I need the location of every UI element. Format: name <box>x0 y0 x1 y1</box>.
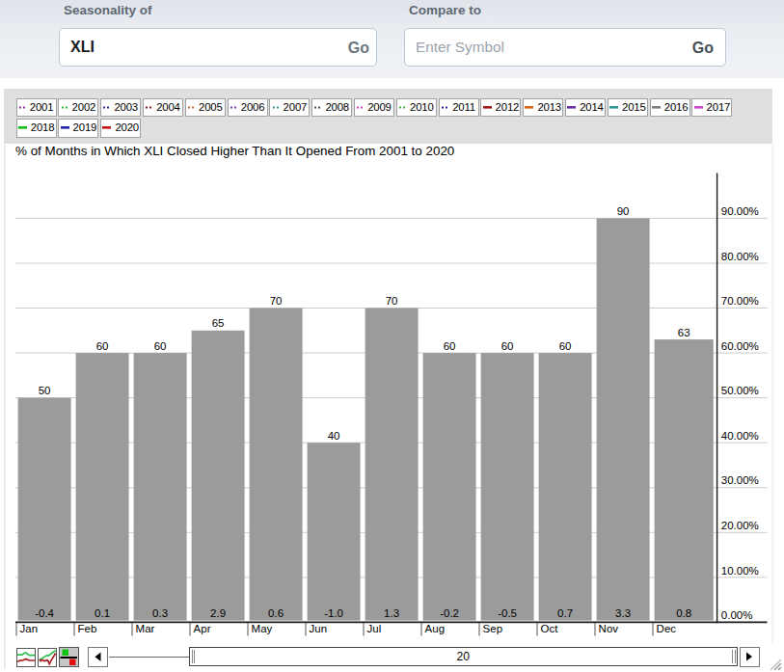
svg-text:60: 60 <box>96 340 109 352</box>
svg-text:0.00%: 0.00% <box>721 609 753 621</box>
svg-text:0.1: 0.1 <box>95 607 110 619</box>
svg-text:60.00%: 60.00% <box>721 340 759 352</box>
svg-text:-0.5: -0.5 <box>498 607 517 619</box>
svg-text:90: 90 <box>617 205 630 217</box>
svg-text:65: 65 <box>212 317 225 329</box>
svg-text:40: 40 <box>328 430 340 442</box>
svg-text:Sep: Sep <box>483 623 502 634</box>
svg-text:Apr: Apr <box>194 623 211 634</box>
svg-text:30.00%: 30.00% <box>721 474 759 486</box>
svg-text:May: May <box>252 623 273 634</box>
svg-text:63: 63 <box>678 327 690 338</box>
svg-text:60: 60 <box>444 340 456 352</box>
svg-text:Jul: Jul <box>367 623 382 634</box>
svg-text:-0.4: -0.4 <box>35 607 54 619</box>
svg-text:0.6: 0.6 <box>268 607 284 619</box>
svg-text:70.00%: 70.00% <box>721 295 759 307</box>
svg-text:1.3: 1.3 <box>384 607 399 619</box>
svg-text:Nov: Nov <box>599 623 619 634</box>
svg-text:50: 50 <box>39 385 51 396</box>
svg-text:0.7: 0.7 <box>557 607 573 619</box>
svg-text:Jun: Jun <box>310 623 328 634</box>
svg-text:50.00%: 50.00% <box>721 385 759 396</box>
svg-text:Dec: Dec <box>657 623 677 634</box>
svg-text:90.00%: 90.00% <box>721 205 759 217</box>
svg-text:70: 70 <box>270 295 283 307</box>
svg-text:70: 70 <box>386 295 398 307</box>
svg-text:40.00%: 40.00% <box>721 430 759 442</box>
svg-text:60: 60 <box>559 340 572 352</box>
svg-text:80.00%: 80.00% <box>721 251 759 262</box>
svg-text:60: 60 <box>154 340 167 352</box>
svg-text:0.8: 0.8 <box>676 607 691 619</box>
svg-text:3.3: 3.3 <box>615 607 631 619</box>
svg-text:Aug: Aug <box>425 623 445 634</box>
svg-text:0.3: 0.3 <box>152 607 168 619</box>
svg-text:Oct: Oct <box>541 623 559 634</box>
svg-text:2.9: 2.9 <box>210 607 226 619</box>
svg-text:60: 60 <box>501 340 514 352</box>
svg-text:-0.2: -0.2 <box>440 607 459 619</box>
svg-text:-1.0: -1.0 <box>324 607 343 619</box>
svg-text:Jan: Jan <box>20 623 39 634</box>
svg-text:Feb: Feb <box>78 623 97 634</box>
svg-text:10.00%: 10.00% <box>721 565 759 577</box>
svg-text:Mar: Mar <box>136 623 155 634</box>
svg-text:20.00%: 20.00% <box>721 520 759 531</box>
